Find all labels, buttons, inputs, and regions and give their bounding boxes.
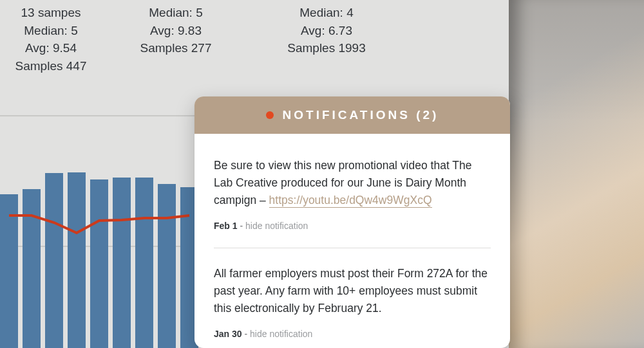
notification-date: Feb 1: [214, 221, 238, 231]
stat-line: Avg: 9.54: [0, 39, 102, 57]
notification-link[interactable]: https://youtu.be/dQw4w9WgXcQ: [269, 194, 432, 208]
svg-rect-2: [0, 194, 18, 348]
svg-rect-4: [45, 173, 63, 348]
notifications-body: Be sure to view this new promotional vid…: [194, 134, 510, 342]
notifications-indicator-icon: [266, 111, 274, 119]
notification-item: Be sure to view this new promotional vid…: [214, 157, 491, 234]
stat-block-3: Median: 4 Avg: 6.73 Samples 1993: [250, 4, 403, 75]
stats-row: 13 sampes Median: 5 Avg: 9.54 Samples 44…: [0, 4, 509, 75]
svg-rect-6: [90, 179, 108, 348]
notification-text: All farmer employers must post their For…: [214, 267, 488, 315]
stat-line: Avg: 6.73: [250, 22, 403, 40]
svg-rect-7: [113, 178, 131, 348]
notification-meta: Feb 1hide notification: [214, 219, 491, 234]
hide-notification-link[interactable]: hide notification: [245, 221, 308, 231]
page-edge-bevel: [509, 0, 644, 348]
summary-chart: [0, 109, 198, 348]
stat-line: Median: 5: [0, 22, 102, 40]
notifications-card: NOTIFICATIONS (2) Be sure to view this n…: [194, 96, 510, 348]
svg-rect-5: [68, 172, 86, 348]
chart-bars: [0, 172, 198, 348]
stat-line: Samples 1993: [250, 39, 403, 57]
hide-notification-link[interactable]: hide notification: [250, 329, 312, 339]
stat-block-1: 13 sampes Median: 5 Avg: 9.54 Samples 44…: [0, 4, 102, 75]
notification-date: Jan 30: [214, 329, 242, 339]
stat-line: Samples 447: [0, 57, 102, 75]
notifications-title: NOTIFICATIONS (2): [283, 108, 439, 122]
stat-line: 13 sampes: [0, 4, 102, 22]
stat-line: Median: 5: [102, 4, 250, 22]
stat-block-2: Median: 5 Avg: 9.83 Samples 277: [102, 4, 250, 75]
notification-meta: Jan 30hide notification: [214, 327, 491, 342]
stat-line: Samples 277: [102, 39, 250, 57]
svg-rect-9: [158, 184, 176, 348]
stat-line: Avg: 9.83: [102, 22, 250, 40]
stat-line: Median: 4: [250, 4, 403, 22]
chart-svg: [0, 109, 198, 348]
svg-rect-8: [135, 178, 153, 348]
notification-item: All farmer employers must post their For…: [214, 248, 491, 342]
svg-rect-3: [23, 189, 41, 348]
notifications-header: NOTIFICATIONS (2): [194, 96, 510, 134]
